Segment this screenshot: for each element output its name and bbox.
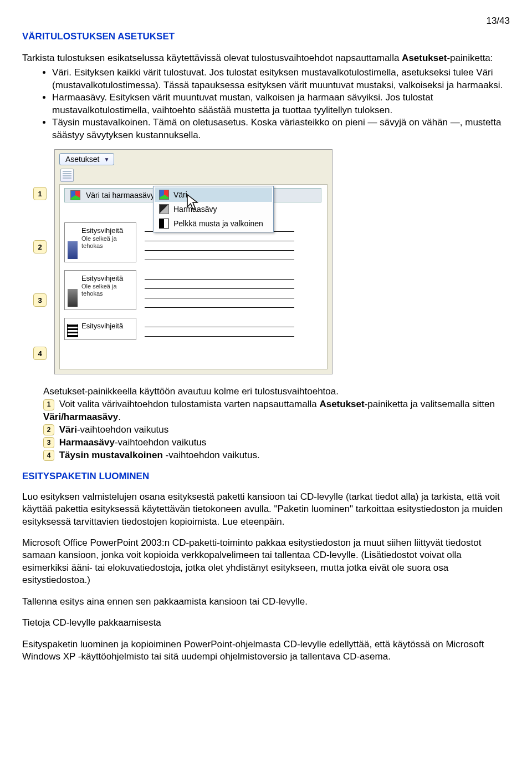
bw-swatch-icon xyxy=(159,219,169,229)
heading-package: ESITYSPAKETIN LUOMINEN xyxy=(22,471,510,482)
badge-1: 1 xyxy=(43,399,54,410)
grayscale-swatch-icon xyxy=(159,204,169,214)
badge-3: 3 xyxy=(43,437,54,448)
submenu-item-grayscale[interactable]: Harmaasävy xyxy=(155,202,272,216)
color-swatch-icon xyxy=(70,190,80,200)
package-para-3: Tallenna esitys aina ennen sen pakkaamis… xyxy=(22,596,510,608)
color-submenu: Väri Harmaasävy Pelkkä musta ja valkoine… xyxy=(153,186,274,232)
thumbnail-bw: Esitysvihjeitä xyxy=(64,318,136,340)
badge-4: 4 xyxy=(43,450,54,461)
heading-color-printing: VÄRITULOSTUKSEN ASETUKSET xyxy=(22,31,510,42)
submenu-item-color[interactable]: Väri xyxy=(155,187,272,202)
page-number: 13/43 xyxy=(22,16,510,27)
intro-paragraph: Tarkista tulostuksen esikatselussa käyte… xyxy=(22,52,510,64)
package-para-4: Tietoja CD-levylle pakkaamisesta xyxy=(22,617,510,629)
callout-2: 2 xyxy=(33,240,47,253)
package-para-5: Esityspaketin luominen ja kopioiminen Po… xyxy=(22,638,510,663)
list-item: Harmaasävy. Esityksen värit muuntuvat mu… xyxy=(52,92,510,116)
color-swatch-icon xyxy=(159,190,169,200)
options-list: Väri. Esityksen kaikki värit tulostuvat.… xyxy=(22,67,510,141)
submenu-item-bw[interactable]: Pelkkä musta ja valkoinen xyxy=(155,216,272,231)
list-item: Väri. Esityksen kaikki värit tulostuvat.… xyxy=(52,67,510,92)
svg-marker-0 xyxy=(187,195,197,209)
settings-dropdown-button[interactable]: Asetukset ▼ xyxy=(59,153,114,165)
callout-4: 4 xyxy=(33,347,47,360)
package-para-1: Luo esityksen valmistelujen osana esityk… xyxy=(22,491,510,528)
callout-1: 1 xyxy=(33,187,47,200)
document-icon xyxy=(60,169,74,182)
callout-3: 3 xyxy=(33,293,47,307)
thumbnail-grayscale: Esitysvihjeitä Ole selkeä ja tehokas xyxy=(64,270,136,310)
package-para-2: Microsoft Office PowerPoint 2003:n CD-pa… xyxy=(22,537,510,587)
explanation-block: Asetukset-painikkeella käyttöön avautuu … xyxy=(43,385,510,462)
thumbnail-color: Esitysvihjeitä Ole selkeä ja tehokas xyxy=(64,222,136,262)
cursor-icon xyxy=(186,194,202,211)
list-item: Täysin mustavalkoinen. Tämä on oletusase… xyxy=(52,116,510,141)
screenshot-figure: 1 2 3 4 Asetukset ▼ Väri tai harmaasävy xyxy=(54,149,510,374)
badge-2: 2 xyxy=(43,424,54,435)
chevron-down-icon: ▼ xyxy=(104,156,109,163)
